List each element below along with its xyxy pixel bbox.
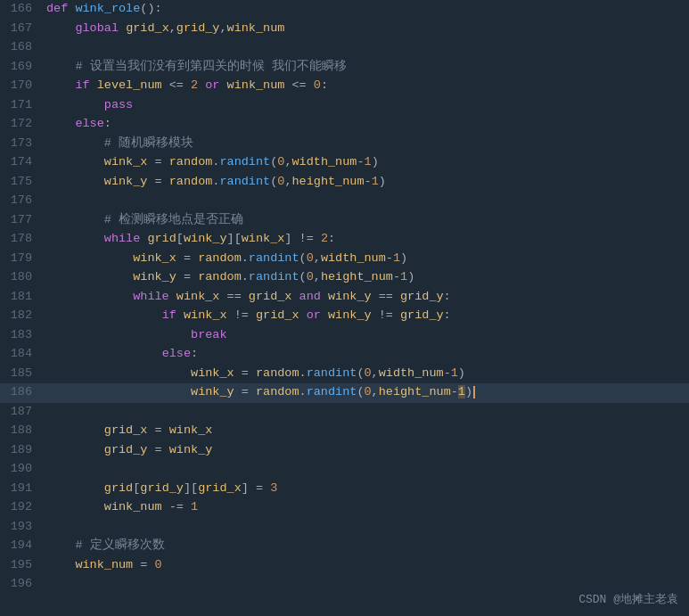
line-number: 187 (0, 403, 43, 422)
code-content: wink_x = random.randint(0,width_num-1) (43, 153, 689, 172)
code-content: grid_y = wink_y (43, 441, 689, 460)
table-row: 178 while grid[wink_y][wink_x] != 2: (0, 230, 689, 250)
line-number: 183 (0, 326, 43, 345)
table-row: 181 while wink_x == grid_x and wink_y ==… (0, 288, 689, 308)
table-row: 173 # 随机瞬移模块 (0, 135, 689, 154)
code-content: # 检测瞬移地点是否正确 (43, 211, 689, 230)
line-number: 168 (0, 38, 43, 57)
line-number: 174 (0, 153, 43, 172)
table-row: 175 wink_y = random.randint(0,height_num… (0, 173, 689, 193)
line-number: 185 (0, 365, 43, 383)
table-row: 184 else: (0, 345, 689, 365)
code-content: else: (43, 345, 689, 364)
code-content: wink_x = random.randint(0,width_num-1) (43, 250, 689, 268)
line-number: 173 (0, 135, 43, 153)
line-number: 186 (0, 383, 43, 402)
line-number: 192 (0, 498, 43, 517)
code-content: grid[grid_y][grid_x] = 3 (43, 480, 689, 498)
table-row: 192 wink_num -= 1 (0, 498, 689, 518)
line-number: 178 (0, 230, 43, 249)
code-content: wink_y = random.randint(0,height_num-1) (43, 383, 689, 402)
code-content: break (43, 326, 689, 345)
line-number: 182 (0, 307, 43, 325)
code-content: # 设置当我们没有到第四关的时候 我们不能瞬移 (43, 58, 689, 77)
table-row: 185 wink_x = random.randint(0,width_num-… (0, 365, 689, 384)
code-content: wink_num = 0 (43, 556, 689, 575)
line-number: 188 (0, 422, 43, 440)
code-content: # 随机瞬移模块 (43, 135, 689, 153)
table-row: 190 (0, 460, 689, 480)
table-row: 195 wink_num = 0 (0, 556, 689, 576)
line-number: 189 (0, 441, 43, 460)
line-number: 191 (0, 480, 43, 498)
table-row: 174 wink_x = random.randint(0,width_num-… (0, 153, 689, 173)
table-row: 180 wink_y = random.randint(0,height_num… (0, 268, 689, 288)
table-row: 189 grid_y = wink_y (0, 441, 689, 461)
cursor (473, 386, 475, 398)
code-content: else: (43, 115, 689, 134)
line-number: 176 (0, 192, 43, 210)
table-row: 170 if level_num <= 2 or wink_num <= 0: (0, 77, 689, 96)
line-number: 184 (0, 345, 43, 364)
line-number: 170 (0, 77, 43, 95)
code-content: while wink_x == grid_x and wink_y == gri… (43, 288, 689, 307)
line-number: 177 (0, 211, 43, 230)
table-row: 188 grid_x = wink_x (0, 422, 689, 441)
code-content: wink_y = random.randint(0,height_num-1) (43, 268, 689, 287)
table-row: 191 grid[grid_y][grid_x] = 3 (0, 480, 689, 499)
table-row: 172 else: (0, 115, 689, 135)
code-editor: 166def wink_role():167 global grid_x,gri… (0, 0, 689, 616)
table-row: 179 wink_x = random.randint(0,width_num-… (0, 250, 689, 269)
line-number: 166 (0, 0, 43, 19)
table-row: 194 # 定义瞬移次数 (0, 537, 689, 556)
line-number: 172 (0, 115, 43, 134)
table-row: 169 # 设置当我们没有到第四关的时候 我们不能瞬移 (0, 58, 689, 78)
table-row: 171 pass (0, 96, 689, 116)
table-row: 193 (0, 518, 689, 538)
table-row: 167 global grid_x,grid_y,wink_num (0, 20, 689, 39)
line-number: 175 (0, 173, 43, 192)
code-content: if level_num <= 2 or wink_num <= 0: (43, 77, 689, 95)
line-number: 179 (0, 250, 43, 268)
table-row: 182 if wink_x != grid_x or wink_y != gri… (0, 307, 689, 326)
line-number: 167 (0, 20, 43, 38)
code-content: # 定义瞬移次数 (43, 537, 689, 555)
line-number: 194 (0, 537, 43, 555)
code-content: wink_x = random.randint(0,width_num-1) (43, 365, 689, 383)
line-number: 193 (0, 518, 43, 537)
line-number: 171 (0, 96, 43, 115)
code-content: pass (43, 96, 689, 115)
code-content: def wink_role(): (43, 0, 689, 19)
line-number: 180 (0, 268, 43, 287)
line-number: 190 (0, 460, 43, 479)
table-row: 187 (0, 403, 689, 423)
table-row: 177 # 检测瞬移地点是否正确 (0, 211, 689, 231)
table-row: 183 break (0, 326, 689, 346)
code-content: if wink_x != grid_x or wink_y != grid_y: (43, 307, 689, 325)
code-content: global grid_x,grid_y,wink_num (43, 20, 689, 38)
table-row: 166def wink_role(): (0, 0, 689, 20)
code-content: grid_x = wink_x (43, 422, 689, 440)
line-number: 196 (0, 575, 43, 594)
line-number: 195 (0, 556, 43, 575)
table-row: 168 (0, 38, 689, 58)
code-content: while grid[wink_y][wink_x] != 2: (43, 230, 689, 249)
watermark: CSDN @地摊主老袁 (578, 591, 678, 609)
code-content: wink_num -= 1 (43, 498, 689, 517)
line-number: 169 (0, 58, 43, 77)
table-row: 176 (0, 192, 689, 211)
table-row: 186 wink_y = random.randint(0,height_num… (0, 383, 689, 403)
line-number: 181 (0, 288, 43, 307)
code-content: wink_y = random.randint(0,height_num-1) (43, 173, 689, 192)
